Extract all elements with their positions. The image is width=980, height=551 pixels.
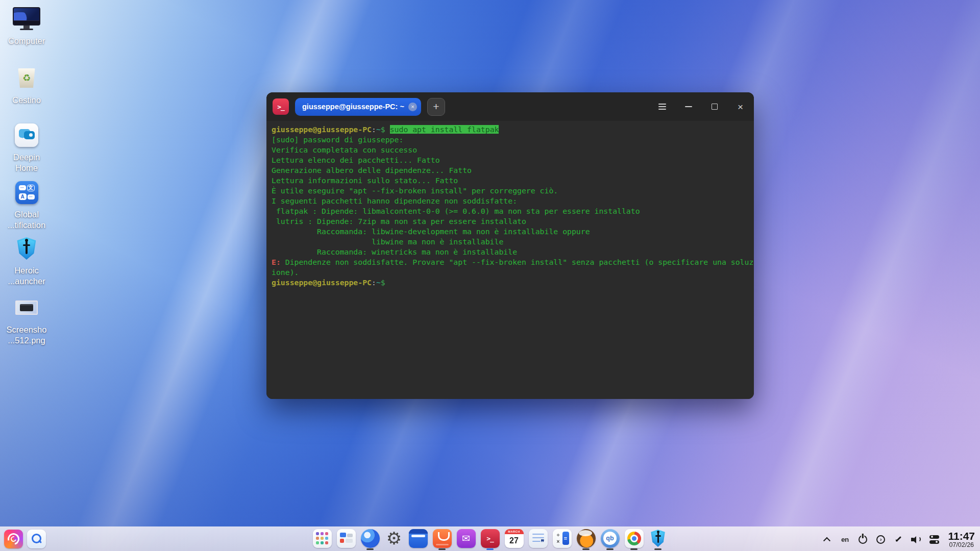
running-indicator xyxy=(438,548,446,550)
running-indicator xyxy=(654,548,662,550)
terminal-line: giusseppe@giusseppe-PC:~$ sudo apt insta… xyxy=(272,124,754,135)
desktop-icon-global-notification[interactable]: ⋯ 文 A ⋯ Global...tification xyxy=(0,179,53,231)
screenshot-thumbnail-icon xyxy=(0,294,53,321)
toggles-icon[interactable] xyxy=(928,533,940,545)
dock-item-terminal[interactable]: >_ xyxy=(479,528,501,551)
lutris-icon xyxy=(577,529,596,548)
dock-item-lutris[interactable] xyxy=(575,528,597,551)
trash-icon: ♻ xyxy=(0,64,53,92)
terminal-window: >_ giusseppe@giusseppe-PC: ~ × + × giuss… xyxy=(266,92,754,399)
dock-item-calculator[interactable]: ÷×= xyxy=(551,528,573,551)
browser-icon xyxy=(361,529,380,548)
deepin-home-icon xyxy=(0,121,53,149)
terminal-line: Verifica completata con successo xyxy=(272,145,754,155)
search-icon[interactable] xyxy=(27,530,46,548)
terminal-line: Lettura informazioni sullo stato... Fatt… xyxy=(272,176,754,186)
new-tab-button[interactable]: + xyxy=(427,98,445,116)
dock-item-chrome[interactable] xyxy=(623,528,645,551)
terminal-line: Raccomanda: libwine-development ma non è… xyxy=(272,227,754,237)
terminal-line: [sudo] password di giusseppe: xyxy=(272,135,754,145)
chrome-icon xyxy=(625,529,644,548)
terminal-line: E: Dipendenze non soddisfatte. Provare "… xyxy=(272,257,754,267)
desktop-icon-label: Computer xyxy=(0,36,53,46)
file-manager-icon xyxy=(409,529,428,548)
system-tray: en › 11:47 07/02/26 xyxy=(821,527,975,551)
menu-icon[interactable] xyxy=(658,103,667,111)
tab-title: giusseppe@giusseppe-PC: ~ xyxy=(302,103,404,111)
taskbar: ⚙ ✉ >_ MARCH27 ❞ ÷×= qb en › 11:47 07/02… xyxy=(0,527,980,551)
volume-icon[interactable] xyxy=(911,533,922,545)
terminal-line: Raccomanda: winetricks ma non è installa… xyxy=(272,247,754,257)
terminal-line: libwine ma non è installabile xyxy=(272,237,754,247)
window-layout-icon xyxy=(337,529,356,548)
desktop-icon-computer[interactable]: Computer xyxy=(0,5,53,46)
terminal-line: lutris : Dipende: 7zip ma non sta per es… xyxy=(272,216,754,227)
annotate-pen-icon[interactable] xyxy=(893,533,904,545)
translate-icon: ⋯ 文 A ⋯ xyxy=(0,179,53,206)
terminal-line: I seguenti pacchetti hanno dipendenze no… xyxy=(272,196,754,206)
running-indicator xyxy=(630,548,638,550)
power-icon[interactable] xyxy=(857,533,868,545)
recycle-icon: ♻ xyxy=(22,72,31,84)
dock-item-window-layout[interactable] xyxy=(335,528,357,551)
running-indicator xyxy=(366,548,374,550)
clock[interactable]: 11:47 07/02/26 xyxy=(948,530,975,549)
dock: ⚙ ✉ >_ MARCH27 ❞ ÷×= qb xyxy=(311,528,669,551)
running-indicator xyxy=(606,548,614,550)
dock-item-browser[interactable] xyxy=(359,528,381,551)
desktop-icon-label: Global...tification xyxy=(0,209,53,231)
dock-item-text-editor[interactable]: ❞ xyxy=(527,528,549,551)
tray-expand-icon[interactable] xyxy=(821,533,832,545)
desktop-icon-deepin-home[interactable]: DeepinHome xyxy=(0,121,53,173)
terminal-output[interactable]: giusseppe@giusseppe-PC:~$ sudo apt insta… xyxy=(266,121,754,399)
launcher-icon[interactable] xyxy=(4,530,23,548)
clock-time: 11:47 xyxy=(948,530,975,542)
terminal-dock-icon: >_ xyxy=(481,529,500,548)
computer-icon xyxy=(0,5,53,33)
terminal-line: Generazione albero delle dipendenze... F… xyxy=(272,165,754,176)
gear-icon: ⚙ xyxy=(386,530,402,547)
qbittorrent-icon: qb xyxy=(601,529,620,548)
dock-item-calendar[interactable]: MARCH27 xyxy=(503,528,525,551)
terminal-titlebar[interactable]: >_ giusseppe@giusseppe-PC: ~ × + × xyxy=(266,92,754,121)
keyboard-layout-indicator[interactable]: en xyxy=(839,533,850,545)
terminal-line: È utile eseguire "apt --fix-broken insta… xyxy=(272,186,754,196)
dock-item-qbittorrent[interactable]: qb xyxy=(599,528,621,551)
chevron-right-circle-icon[interactable]: › xyxy=(875,533,886,545)
terminal-line: giusseppe@giusseppe-PC:~$ xyxy=(272,278,754,288)
minimize-icon[interactable] xyxy=(684,103,693,111)
calculator-icon: ÷×= xyxy=(553,529,572,548)
heroic-shield-icon xyxy=(0,235,53,262)
active-indicator xyxy=(486,548,494,550)
maximize-icon[interactable] xyxy=(710,103,719,111)
app-grid-icon xyxy=(313,529,332,548)
desktop-icon-label: DeepinHome xyxy=(0,152,53,173)
dock-item-heroic[interactable] xyxy=(647,528,669,551)
clock-date: 07/02/26 xyxy=(949,542,974,549)
dock-item-mail[interactable]: ✉ xyxy=(455,528,477,551)
close-icon[interactable]: × xyxy=(736,103,745,111)
desktop-icon-label: Cestino xyxy=(0,95,53,106)
app-store-icon xyxy=(433,529,452,548)
mail-icon: ✉ xyxy=(457,529,476,548)
heroic-dock-icon xyxy=(650,530,666,547)
terminal-tab[interactable]: giusseppe@giusseppe-PC: ~ × xyxy=(295,98,421,116)
dock-item-app-store[interactable] xyxy=(431,528,453,551)
terminal-line: ione). xyxy=(272,267,754,278)
dock-item-control-center[interactable]: ⚙ xyxy=(383,528,405,551)
text-editor-icon: ❞ xyxy=(529,529,548,548)
tab-close-icon[interactable]: × xyxy=(408,103,417,111)
terminal-line: Lettura elenco dei pacchetti... Fatto xyxy=(272,155,754,165)
desktop-icon-label: Heroic...auncher xyxy=(0,265,53,287)
desktop-icon-heroic-launcher[interactable]: Heroic...auncher xyxy=(0,235,53,287)
dock-item-app-grid[interactable] xyxy=(311,528,333,551)
running-indicator xyxy=(582,548,590,550)
desktop-icon-screenshot-file[interactable]: Screensho...512.png xyxy=(0,294,53,346)
terminal-line: flatpak : Dipende: libmalcontent-0-0 (>=… xyxy=(272,206,754,216)
desktop-icon-label: Screensho...512.png xyxy=(0,324,53,346)
terminal-app-icon: >_ xyxy=(273,98,289,115)
dock-item-file-manager[interactable] xyxy=(407,528,429,551)
calendar-icon: MARCH27 xyxy=(505,529,524,548)
desktop-icon-trash[interactable]: ♻ Cestino xyxy=(0,64,53,106)
